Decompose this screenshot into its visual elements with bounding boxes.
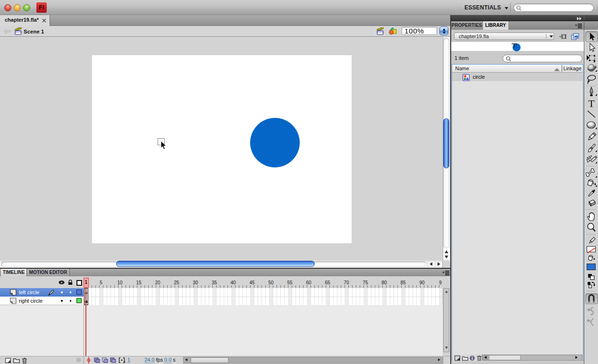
svg-text:T: T [588, 98, 595, 108]
